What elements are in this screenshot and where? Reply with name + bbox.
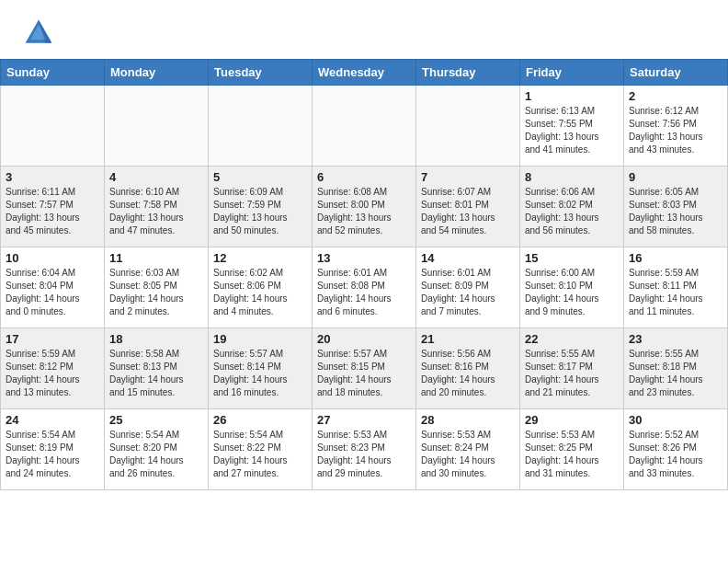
calendar-cell: 17Sunrise: 5:59 AM Sunset: 8:12 PM Dayli… bbox=[1, 328, 105, 409]
day-number: 15 bbox=[525, 251, 619, 265]
day-number: 13 bbox=[317, 251, 411, 265]
day-info: Sunrise: 6:03 AM Sunset: 8:05 PM Dayligh… bbox=[109, 267, 203, 318]
day-info: Sunrise: 5:52 AM Sunset: 8:26 PM Dayligh… bbox=[629, 429, 722, 480]
calendar-cell bbox=[209, 86, 313, 167]
page-header bbox=[0, 0, 728, 59]
day-number: 4 bbox=[109, 170, 203, 184]
calendar-cell: 11Sunrise: 6:03 AM Sunset: 8:05 PM Dayli… bbox=[105, 247, 209, 328]
calendar-cell: 23Sunrise: 5:55 AM Sunset: 8:18 PM Dayli… bbox=[624, 328, 728, 409]
calendar-week-1: 1Sunrise: 6:13 AM Sunset: 7:55 PM Daylig… bbox=[1, 86, 728, 167]
day-info: Sunrise: 5:57 AM Sunset: 8:15 PM Dayligh… bbox=[317, 348, 411, 399]
calendar-cell: 18Sunrise: 5:58 AM Sunset: 8:13 PM Dayli… bbox=[105, 328, 209, 409]
calendar-header-row: SundayMondayTuesdayWednesdayThursdayFrid… bbox=[1, 60, 728, 86]
calendar-cell: 2Sunrise: 6:12 AM Sunset: 7:56 PM Daylig… bbox=[624, 86, 728, 167]
day-number: 9 bbox=[629, 170, 722, 184]
calendar-cell: 13Sunrise: 6:01 AM Sunset: 8:08 PM Dayli… bbox=[313, 247, 416, 328]
calendar-cell: 15Sunrise: 6:00 AM Sunset: 8:10 PM Dayli… bbox=[520, 247, 624, 328]
day-number: 10 bbox=[6, 251, 99, 265]
calendar-cell: 26Sunrise: 5:54 AM Sunset: 8:22 PM Dayli… bbox=[209, 409, 313, 490]
calendar-cell: 7Sunrise: 6:07 AM Sunset: 8:01 PM Daylig… bbox=[416, 167, 520, 247]
day-info: Sunrise: 6:00 AM Sunset: 8:10 PM Dayligh… bbox=[525, 267, 619, 318]
day-number: 21 bbox=[421, 332, 515, 346]
day-info: Sunrise: 6:12 AM Sunset: 7:56 PM Dayligh… bbox=[629, 105, 722, 156]
calendar-cell: 12Sunrise: 6:02 AM Sunset: 8:06 PM Dayli… bbox=[209, 247, 313, 328]
day-number: 29 bbox=[525, 413, 619, 427]
day-number: 18 bbox=[109, 332, 203, 346]
calendar-cell: 10Sunrise: 6:04 AM Sunset: 8:04 PM Dayli… bbox=[1, 247, 105, 328]
calendar-cell: 30Sunrise: 5:52 AM Sunset: 8:26 PM Dayli… bbox=[624, 409, 728, 490]
weekday-header-monday: Monday bbox=[105, 60, 209, 86]
day-number: 27 bbox=[317, 413, 411, 427]
day-info: Sunrise: 5:53 AM Sunset: 8:24 PM Dayligh… bbox=[421, 429, 515, 480]
calendar-cell: 5Sunrise: 6:09 AM Sunset: 7:59 PM Daylig… bbox=[209, 167, 313, 247]
day-number: 16 bbox=[629, 251, 722, 265]
weekday-header-sunday: Sunday bbox=[1, 60, 105, 86]
day-number: 17 bbox=[6, 332, 99, 346]
calendar-cell bbox=[313, 86, 416, 167]
day-number: 26 bbox=[213, 413, 307, 427]
day-number: 1 bbox=[525, 89, 619, 103]
day-info: Sunrise: 6:11 AM Sunset: 7:57 PM Dayligh… bbox=[6, 186, 99, 237]
calendar-cell: 4Sunrise: 6:10 AM Sunset: 7:58 PM Daylig… bbox=[105, 167, 209, 247]
calendar-week-5: 24Sunrise: 5:54 AM Sunset: 8:19 PM Dayli… bbox=[1, 409, 728, 490]
day-info: Sunrise: 5:54 AM Sunset: 8:19 PM Dayligh… bbox=[6, 429, 99, 480]
day-info: Sunrise: 6:06 AM Sunset: 8:02 PM Dayligh… bbox=[525, 186, 619, 237]
weekday-header-saturday: Saturday bbox=[624, 60, 728, 86]
calendar-cell: 19Sunrise: 5:57 AM Sunset: 8:14 PM Dayli… bbox=[209, 328, 313, 409]
day-info: Sunrise: 6:01 AM Sunset: 8:08 PM Dayligh… bbox=[317, 267, 411, 318]
day-info: Sunrise: 6:04 AM Sunset: 8:04 PM Dayligh… bbox=[6, 267, 99, 318]
day-info: Sunrise: 6:10 AM Sunset: 7:58 PM Dayligh… bbox=[109, 186, 203, 237]
day-info: Sunrise: 5:54 AM Sunset: 8:22 PM Dayligh… bbox=[213, 429, 307, 480]
calendar-cell: 29Sunrise: 5:53 AM Sunset: 8:25 PM Dayli… bbox=[520, 409, 624, 490]
calendar-cell bbox=[416, 86, 520, 167]
calendar-cell bbox=[105, 86, 209, 167]
calendar-cell: 24Sunrise: 5:54 AM Sunset: 8:19 PM Dayli… bbox=[1, 409, 105, 490]
calendar-cell: 28Sunrise: 5:53 AM Sunset: 8:24 PM Dayli… bbox=[416, 409, 520, 490]
calendar-cell: 22Sunrise: 5:55 AM Sunset: 8:17 PM Dayli… bbox=[520, 328, 624, 409]
day-number: 25 bbox=[109, 413, 203, 427]
day-info: Sunrise: 6:05 AM Sunset: 8:03 PM Dayligh… bbox=[629, 186, 722, 237]
day-number: 5 bbox=[213, 170, 307, 184]
calendar-table: SundayMondayTuesdayWednesdayThursdayFrid… bbox=[0, 59, 728, 490]
day-info: Sunrise: 5:56 AM Sunset: 8:16 PM Dayligh… bbox=[421, 348, 515, 399]
calendar-cell: 21Sunrise: 5:56 AM Sunset: 8:16 PM Dayli… bbox=[416, 328, 520, 409]
day-number: 30 bbox=[629, 413, 722, 427]
day-number: 6 bbox=[317, 170, 411, 184]
day-info: Sunrise: 6:01 AM Sunset: 8:09 PM Dayligh… bbox=[421, 267, 515, 318]
day-info: Sunrise: 5:58 AM Sunset: 8:13 PM Dayligh… bbox=[109, 348, 203, 399]
calendar-week-4: 17Sunrise: 5:59 AM Sunset: 8:12 PM Dayli… bbox=[1, 328, 728, 409]
day-info: Sunrise: 6:07 AM Sunset: 8:01 PM Dayligh… bbox=[421, 186, 515, 237]
weekday-header-thursday: Thursday bbox=[416, 60, 520, 86]
calendar-cell: 25Sunrise: 5:54 AM Sunset: 8:20 PM Dayli… bbox=[105, 409, 209, 490]
day-number: 3 bbox=[6, 170, 99, 184]
day-number: 28 bbox=[421, 413, 515, 427]
day-info: Sunrise: 5:54 AM Sunset: 8:20 PM Dayligh… bbox=[109, 429, 203, 480]
day-info: Sunrise: 5:59 AM Sunset: 8:11 PM Dayligh… bbox=[629, 267, 722, 318]
day-info: Sunrise: 5:53 AM Sunset: 8:23 PM Dayligh… bbox=[317, 429, 411, 480]
day-number: 19 bbox=[213, 332, 307, 346]
logo-icon bbox=[22, 17, 55, 50]
day-info: Sunrise: 6:09 AM Sunset: 7:59 PM Dayligh… bbox=[213, 186, 307, 237]
day-info: Sunrise: 5:53 AM Sunset: 8:25 PM Dayligh… bbox=[525, 429, 619, 480]
calendar-cell: 27Sunrise: 5:53 AM Sunset: 8:23 PM Dayli… bbox=[313, 409, 416, 490]
day-number: 24 bbox=[6, 413, 99, 427]
day-info: Sunrise: 6:13 AM Sunset: 7:55 PM Dayligh… bbox=[525, 105, 619, 156]
day-number: 7 bbox=[421, 170, 515, 184]
calendar-cell bbox=[1, 86, 105, 167]
day-number: 2 bbox=[629, 89, 722, 103]
day-info: Sunrise: 5:55 AM Sunset: 8:18 PM Dayligh… bbox=[629, 348, 722, 399]
calendar-cell: 6Sunrise: 6:08 AM Sunset: 8:00 PM Daylig… bbox=[313, 167, 416, 247]
day-number: 22 bbox=[525, 332, 619, 346]
day-number: 14 bbox=[421, 251, 515, 265]
calendar-cell: 3Sunrise: 6:11 AM Sunset: 7:57 PM Daylig… bbox=[1, 167, 105, 247]
day-info: Sunrise: 6:08 AM Sunset: 8:00 PM Dayligh… bbox=[317, 186, 411, 237]
calendar-cell: 20Sunrise: 5:57 AM Sunset: 8:15 PM Dayli… bbox=[313, 328, 416, 409]
calendar-week-2: 3Sunrise: 6:11 AM Sunset: 7:57 PM Daylig… bbox=[1, 167, 728, 247]
weekday-header-wednesday: Wednesday bbox=[313, 60, 416, 86]
calendar-cell: 14Sunrise: 6:01 AM Sunset: 8:09 PM Dayli… bbox=[416, 247, 520, 328]
calendar-cell: 16Sunrise: 5:59 AM Sunset: 8:11 PM Dayli… bbox=[624, 247, 728, 328]
weekday-header-friday: Friday bbox=[520, 60, 624, 86]
calendar-cell: 1Sunrise: 6:13 AM Sunset: 7:55 PM Daylig… bbox=[520, 86, 624, 167]
day-info: Sunrise: 6:02 AM Sunset: 8:06 PM Dayligh… bbox=[213, 267, 307, 318]
calendar-week-3: 10Sunrise: 6:04 AM Sunset: 8:04 PM Dayli… bbox=[1, 247, 728, 328]
